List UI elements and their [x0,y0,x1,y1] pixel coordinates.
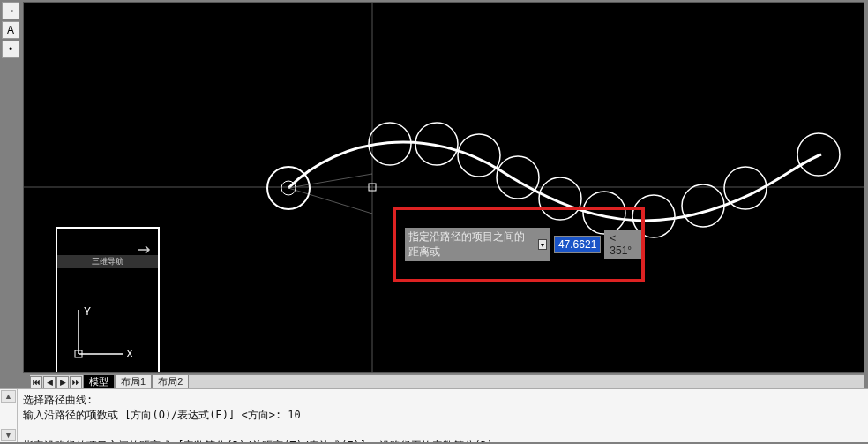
svg-line-4 [288,139,372,188]
tab-layout1[interactable]: 布局1 [115,375,152,388]
nav-panel-label: 三维导航 [57,255,158,268]
ucs-y-label: Y [84,305,91,318]
nav-arrow-icon [137,245,154,255]
tab-track [189,378,864,387]
command-scroll-down[interactable]: ▼ [1,429,16,441]
ucs-icon: Y X [71,305,142,373]
command-scroll: ▲ ▼ [0,389,18,442]
tab-model[interactable]: 模型 [83,375,115,388]
dynamic-input-dropdown-icon[interactable] [538,239,547,250]
tool-icon-handle[interactable]: • [2,41,19,58]
command-line [23,424,863,439]
svg-point-10 [497,156,539,199]
svg-point-14 [682,184,724,227]
svg-point-9 [458,134,500,177]
command-scroll-up[interactable]: ▲ [1,390,16,403]
tab-nav-first[interactable]: ⏮ [30,376,42,388]
dynamic-input-distance[interactable]: 47.6621 [554,236,601,253]
dynamic-input-angle[interactable]: < 351° [604,230,641,259]
tab-nav-next[interactable]: ▶ [56,376,69,388]
command-line: 指定沿路径的项目之间的距离或 [定数等分(D)/总距离(T)/表达式(E)] <… [23,439,863,442]
command-line-panel: ▲ ▼ 选择路径曲线: 输入沿路径的项数或 [方向(O)/表达式(E)] <方向… [0,388,868,442]
command-line: 输入沿路径的项数或 [方向(O)/表达式(E)] <方向>: 10 [23,408,863,423]
dynamic-input-box: 指定沿路径的项目之间的距离或 47.6621 < 351° [393,207,645,282]
left-toolbar: → A • [2,2,21,58]
tab-nav-prev[interactable]: ◀ [43,376,56,388]
tab-nav-last[interactable]: ⏭ [70,376,82,388]
svg-line-17 [288,188,372,214]
ucs-x-label: X [126,348,133,360]
drawing-area[interactable]: 指定沿路径的项目之间的距离或 47.6621 < 351° 三维导航 Y X [23,2,864,373]
dynamic-input-prompt-text: 指定沿路径的项目之间的距离或 [408,230,533,260]
dynamic-input-prompt: 指定沿路径的项目之间的距离或 [405,228,550,261]
tool-icon-measure[interactable]: → [2,2,19,19]
layout-tabs: ⏮ ◀ ▶ ⏭ 模型 布局1 布局2 [30,374,864,388]
tool-icon-text[interactable]: A [2,21,19,39]
tab-layout2[interactable]: 布局2 [152,375,189,388]
command-history[interactable]: 选择路径曲线: 输入沿路径的项数或 [方向(O)/表达式(E)] <方向>: 1… [18,389,868,442]
command-line: 选择路径曲线: [23,393,863,408]
